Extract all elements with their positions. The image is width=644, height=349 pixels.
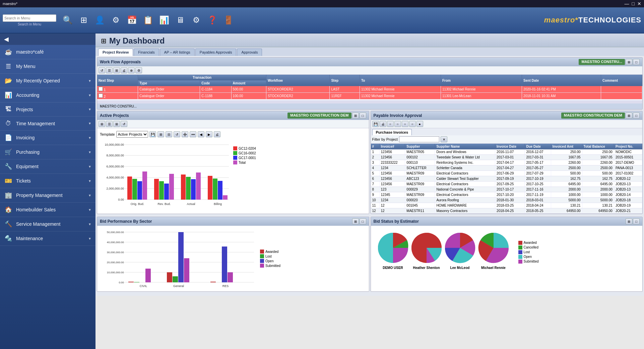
sidebar-item-purchasing[interactable]: 🛒 Purchasing ▼ — [0, 145, 95, 159]
settings-small-btn[interactable]: ⚙ — [135, 67, 142, 73]
pi-tb1-btn[interactable]: ○ — [387, 121, 394, 127]
invoice-table-container: # Invoice# Supplier Supplier Name Invoic… — [371, 144, 643, 214]
pi-save-btn[interactable]: 💾 — [372, 121, 379, 127]
tab-approvals[interactable]: Approvals — [237, 49, 262, 56]
sidebar-item-projects[interactable]: 🏗 Projects ▼ — [0, 102, 95, 117]
pi-maximize-btn[interactable]: □ — [633, 113, 640, 119]
sidebar-item-property-management[interactable]: 🏢 Property Management ▼ — [0, 188, 95, 203]
sidebar-item-maestro-cafe[interactable]: ☕ maestro*café — [0, 45, 95, 59]
bp-expand-btn[interactable]: ⊞ — [352, 218, 359, 224]
ap-list-btn[interactable]: ☰ — [106, 121, 113, 127]
sidebar-back-btn[interactable]: ◀ — [0, 33, 95, 45]
admin-btn[interactable]: ⚙ — [189, 11, 204, 29]
titlebar: maestro* — □ ✕ — [0, 0, 644, 7]
ap-expand-btn[interactable]: ⊞ — [352, 113, 359, 119]
tab-project-review[interactable]: Project Review — [98, 49, 133, 56]
pi-tb4-btn[interactable]: ○ — [409, 121, 416, 127]
pi-tb3-btn[interactable]: ○ — [402, 121, 408, 127]
homebuilder-icon: 🏠 — [4, 206, 13, 213]
template-tb1-btn[interactable]: ⊞ — [157, 131, 164, 137]
col-workflow: Workflow — [266, 75, 330, 86]
sidebar-item-homebuilder[interactable]: 🏠 Homebuilder Sales ▼ — [0, 203, 95, 217]
active-projects-header: Active Projects MAESTRO CONSTRUCTION DEM… — [97, 111, 369, 120]
svg-rect-24 — [208, 176, 212, 200]
filter-input[interactable] — [399, 136, 439, 142]
bs-expand-btn[interactable]: ⊞ — [626, 218, 632, 224]
pie-label: Lee McLeod — [450, 266, 470, 270]
sidebar-item-equipment[interactable]: 🔧 Equipment ▼ — [0, 159, 95, 174]
minimize-btn[interactable]: — — [625, 1, 629, 6]
col-amount: Amount — [231, 80, 266, 86]
contacts-btn[interactable]: ⊞ — [76, 11, 91, 29]
pie-label: Michael Rennie — [481, 266, 506, 270]
titlebar-controls[interactable]: — □ ✕ — [625, 1, 641, 6]
refresh-btn[interactable]: ↺ — [99, 67, 105, 73]
row-checkbox[interactable] — [99, 93, 103, 98]
template-minus-btn[interactable]: ➖ — [190, 131, 196, 137]
sidebar-item-maintenance[interactable]: 🔩 Maintenance ▼ — [0, 231, 95, 246]
tab-ap-ar[interactable]: AP – AR listings — [160, 49, 195, 56]
pi-tb2-btn[interactable]: ○ — [394, 121, 401, 127]
help-btn[interactable]: ❓ — [205, 11, 220, 29]
settings-btn[interactable]: ⚙ — [109, 11, 123, 29]
template-plus-btn[interactable]: ➕ — [182, 131, 188, 137]
pie-michael: Michael Rennie — [477, 231, 510, 270]
template-tb2-btn[interactable]: ⊟ — [166, 131, 172, 137]
legend-lost: Lost — [518, 250, 539, 254]
workflow-scrollbar[interactable] — [97, 100, 642, 103]
pi-settings-btn[interactable]: ● — [416, 121, 423, 127]
maximize-btn[interactable]: □ — [632, 1, 635, 6]
search-btn[interactable]: 🔍 — [60, 11, 75, 29]
sidebar-item-tickets[interactable]: 🎫 Tickets ▼ — [0, 174, 95, 188]
sidebar-item-time-management[interactable]: ⏱ Time Management ▼ — [0, 117, 95, 131]
ap-maximize-btn[interactable]: □ — [360, 113, 366, 119]
bs-maximize-btn[interactable]: □ — [633, 218, 640, 224]
bp-maximize-btn[interactable]: □ — [360, 218, 366, 224]
workflow-expand-btn[interactable]: ⊞ — [626, 59, 632, 65]
list-view-btn[interactable]: ☰ — [106, 67, 113, 73]
tab-payables[interactable]: Payables Approvals — [195, 49, 237, 56]
template-save-btn[interactable]: 💾 — [149, 131, 156, 137]
legend-open: Open — [518, 255, 539, 259]
invoice-tab-purchase[interactable]: Purchase Invoices — [372, 129, 412, 135]
template-prev-btn[interactable]: ◀ — [198, 131, 204, 137]
sidebar-item-service-management[interactable]: 🔨 Service Management ▼ — [0, 217, 95, 231]
documents-btn[interactable]: 📋 — [141, 11, 155, 29]
template-print2-btn[interactable]: 🖨 — [214, 131, 220, 137]
chevron-icon: ▼ — [88, 179, 91, 183]
template-reload-btn[interactable]: ↺ — [174, 131, 180, 137]
bid-status-header: Bid Status by Estimator ⊞ □ — [371, 217, 643, 226]
row-checkbox[interactable] — [99, 87, 103, 91]
sidebar-item-accounting[interactable]: 📊 Accounting ▼ — [0, 88, 95, 102]
exit-btn[interactable]: 🚪 — [221, 11, 236, 29]
ap-settings-btn[interactable]: ⊞ — [99, 121, 105, 127]
template-next-btn[interactable]: ▶ — [206, 131, 212, 137]
sidebar-item-my-menu[interactable]: ☰ My Menu — [0, 59, 95, 74]
pi-expand-btn[interactable]: ⊞ — [626, 113, 632, 119]
bid-perf-actions: ⊞ □ — [352, 218, 366, 224]
pi-print-btn[interactable]: 🖨 — [380, 121, 386, 127]
toolbar: Search in Menu 🔍 ⊞ 👤 ⚙ 📅 📋 📊 🖥 ⚙ ❓ 🚪 mae… — [0, 7, 644, 33]
filter-btn[interactable]: ⊕ — [128, 67, 135, 73]
template-select[interactable]: Active Projects — [116, 131, 148, 138]
ap-grid-btn[interactable]: ⊞ — [113, 121, 120, 127]
workflow-maximize-btn[interactable]: □ — [633, 59, 640, 65]
svg-text:General: General — [173, 284, 184, 288]
close-btn[interactable]: ✕ — [637, 1, 641, 6]
display-btn[interactable]: 🖥 — [173, 11, 188, 29]
calendar-btn[interactable]: 📅 — [125, 11, 139, 29]
chevron-icon: ▼ — [88, 122, 91, 125]
ap-refresh-btn[interactable]: ↺ — [121, 121, 127, 127]
sidebar-item-invoicing[interactable]: 📄 Invoicing ▼ — [0, 131, 95, 145]
search-input[interactable] — [3, 14, 56, 22]
filter-clear-btn[interactable]: ✕ — [441, 136, 447, 142]
bid-perf-header: Bid Performance By Sector ⊞ □ — [97, 217, 369, 226]
print-btn[interactable]: 🖨 — [121, 67, 127, 73]
tab-financials[interactable]: Financials — [134, 49, 159, 56]
chevron-icon: ▼ — [88, 222, 91, 226]
people-btn[interactable]: 👤 — [92, 11, 107, 29]
charts-btn[interactable]: 📊 — [157, 11, 172, 29]
grid-view-btn[interactable]: ⊞ — [113, 67, 120, 73]
sidebar-item-recently-opened[interactable]: 📂 My Recently Opened ▼ — [0, 74, 95, 88]
svg-rect-17 — [159, 181, 164, 200]
